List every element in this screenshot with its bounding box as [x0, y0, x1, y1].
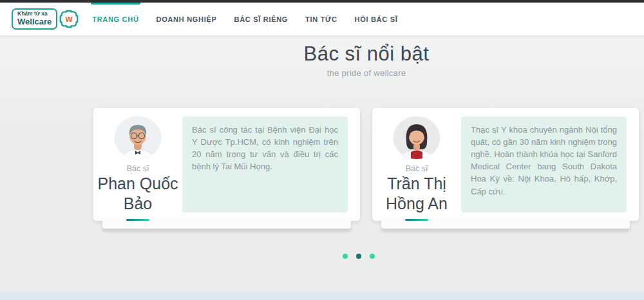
- nav-item-trang-chu[interactable]: TRANG CHỦ: [92, 3, 138, 35]
- svg-text:w: w: [65, 14, 73, 24]
- nav-item-bac-si-rieng[interactable]: BÁC SĨ RIÊNG: [234, 3, 289, 35]
- main-nav: TRANG CHỦ DOANH NGHIỆP BÁC SĨ RIÊNG TIN …: [92, 3, 415, 35]
- top-strip: [0, 0, 644, 3]
- doctor-role-label: Bác sĩ: [127, 164, 149, 173]
- doctor-card-tran-thi-hong-an: Bác sĩ Trần Thị Hồng An Thạc sĩ Y khoa c…: [372, 108, 639, 221]
- carousel-dot-1[interactable]: [343, 254, 348, 259]
- doctor-cards-row: Bác sĩ Phan Quốc Bảo Bác sĩ công tác tại…: [93, 108, 639, 221]
- male-doctor-avatar-image: [115, 117, 161, 159]
- doctor-info-column: Bác sĩ Phan Quốc Bảo: [93, 108, 182, 221]
- carousel-dots: [86, 250, 632, 261]
- doctor-bio: Bác sĩ công tác tại Bệnh viện Đại học Y …: [182, 117, 348, 212]
- section-subtitle: the pride of wellcare: [93, 68, 639, 78]
- name-underline: [126, 219, 149, 221]
- doctor-name: Trần Thị Hồng An: [372, 174, 461, 213]
- header: Khám từ xa Wellcare w TRANG CHỦ DOANH NG…: [0, 3, 644, 35]
- doctor-photo: [393, 117, 440, 159]
- logo-text-box: Khám từ xa Wellcare: [12, 8, 57, 30]
- logo-name: Wellcare: [17, 17, 52, 26]
- doctor-card-phan-quoc-bao: Bác sĩ Phan Quốc Bảo Bác sĩ công tác tại…: [93, 108, 360, 221]
- doctor-photo: [115, 117, 161, 159]
- doctor-bio: Thạc sĩ Y khoa chuyên ngành Nội tổng quá…: [461, 117, 627, 212]
- doctor-name: Phan Quốc Bảo: [93, 174, 182, 213]
- section-title: Bác sĩ nổi bật: [93, 42, 639, 66]
- doctor-role-label: Bác sĩ: [406, 164, 428, 173]
- nav-item-doanh-nghiep[interactable]: DOANH NGHIỆP: [156, 3, 217, 35]
- featured-doctors-section: Bác sĩ nổi bật the pride of wellcare: [0, 35, 644, 300]
- next-section-edge: [0, 292, 644, 300]
- female-doctor-avatar-image: [393, 117, 440, 159]
- wellcare-logo[interactable]: Khám từ xa Wellcare w: [12, 8, 79, 30]
- carousel-dot-2[interactable]: [356, 254, 361, 259]
- doctor-info-column: Bác sĩ Trần Thị Hồng An: [372, 108, 461, 221]
- carousel-dot-3[interactable]: [370, 254, 375, 259]
- wellcare-cross-icon: w: [59, 9, 79, 28]
- nav-item-hoi-bac-si[interactable]: HỎI BÁC SĨ: [355, 3, 398, 35]
- name-underline: [405, 219, 428, 221]
- nav-item-tin-tuc[interactable]: TIN TỨC: [305, 3, 337, 35]
